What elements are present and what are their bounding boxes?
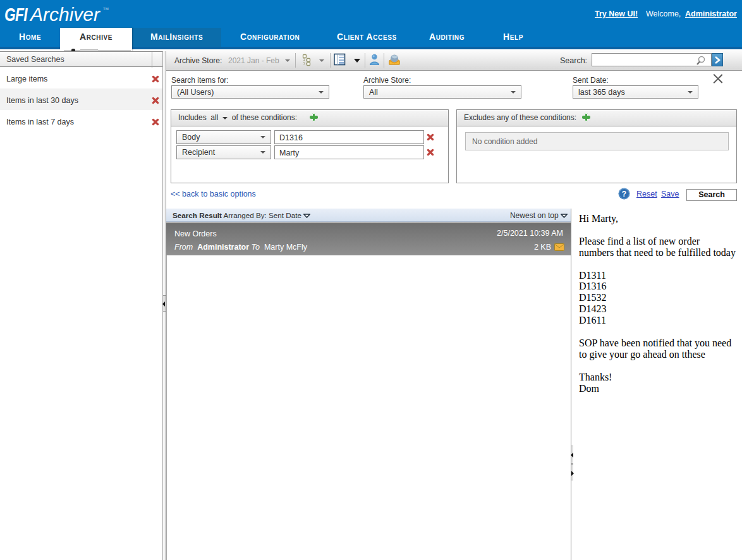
svg-text:?: ? [622,190,626,198]
